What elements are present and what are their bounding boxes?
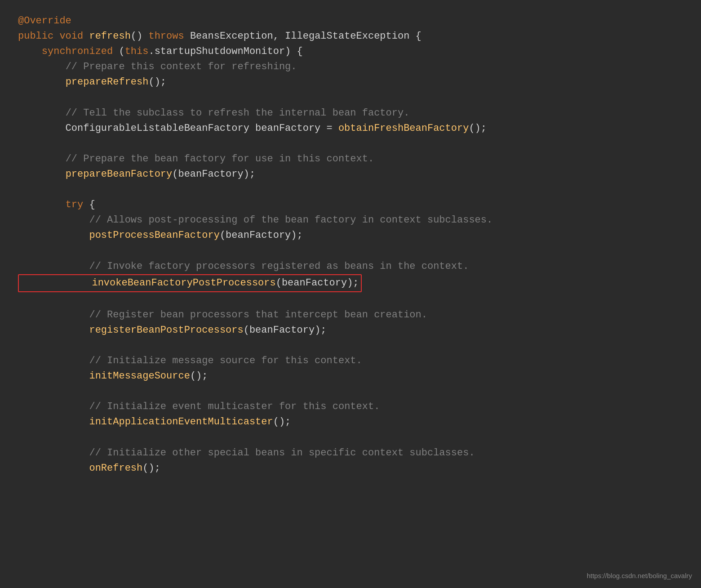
code-token-plain: (beanFactory);	[276, 277, 359, 289]
code-token-comment: // Initialize event multicaster for this…	[89, 401, 380, 412]
code-token-comment: // Allows post-processing of the bean fa…	[89, 214, 492, 226]
code-line	[18, 136, 683, 151]
code-line: invokeBeanFactoryPostProcessors(beanFact…	[18, 274, 683, 292]
code-token-plain	[18, 401, 89, 412]
code-token-plain	[18, 261, 89, 272]
code-token-plain	[18, 355, 89, 366]
code-token-plain: (beanFactory);	[220, 230, 303, 241]
code-token-comment: // Prepare this context for refreshing.	[66, 61, 297, 72]
code-line: // Register bean processors that interce…	[18, 307, 683, 323]
code-token-method: prepareRefresh	[66, 76, 149, 88]
code-token-plain	[18, 230, 89, 241]
code-token-plain	[83, 31, 89, 42]
code-token-plain: .startupShutdownMonitor) {	[148, 46, 302, 57]
code-line: // Initialize other special beans in spe…	[18, 445, 683, 461]
code-line: try {	[18, 197, 683, 213]
code-token-method: registerBeanPostProcessors	[89, 325, 243, 336]
code-token-plain	[18, 325, 89, 336]
code-token-method: initApplicationEventMulticaster	[89, 416, 273, 428]
code-token-plain: BeansException, IllegalStateException {	[184, 31, 421, 42]
code-line: // Initialize message source for this co…	[18, 353, 683, 369]
code-token-annotation: @Override	[18, 15, 71, 27]
highlighted-code-line: invokeBeanFactoryPostProcessors(beanFact…	[18, 274, 362, 292]
code-line	[18, 384, 683, 399]
code-token-comment: // Invoke factory processors registered …	[89, 261, 469, 272]
code-token-plain: ();	[142, 463, 160, 474]
code-line: public void refresh() throws BeansExcept…	[18, 29, 683, 44]
code-line: // Tell the subclass to refresh the inte…	[18, 106, 683, 121]
code-token-plain: (beanFactory);	[172, 169, 255, 180]
code-token-plain: (beanFactory);	[244, 325, 327, 336]
code-line: postProcessBeanFactory(beanFactory);	[18, 228, 683, 243]
code-line: initApplicationEventMulticaster();	[18, 414, 683, 430]
code-token-plain: ();	[273, 416, 291, 428]
code-line: synchronized (this.startupShutdownMonito…	[18, 44, 683, 59]
code-token-keyword: synchronized	[42, 46, 113, 57]
code-line: // Prepare the bean factory for use in t…	[18, 151, 683, 167]
code-token-method: postProcessBeanFactory	[89, 230, 219, 241]
code-line	[18, 243, 683, 258]
code-line	[18, 292, 683, 307]
code-block: @Overridepublic void refresh() throws Be…	[18, 13, 683, 476]
code-line	[18, 90, 683, 105]
code-token-comment: // Prepare the bean factory for use in t…	[66, 153, 374, 165]
code-token-plain	[18, 199, 66, 210]
code-token-plain	[18, 46, 42, 57]
code-token-plain	[18, 370, 89, 382]
code-token-plain	[18, 447, 89, 459]
code-token-keyword: this	[125, 46, 149, 57]
code-token-comment: // Initialize message source for this co…	[89, 355, 362, 366]
code-line: @Override	[18, 13, 683, 29]
code-token-plain: ();	[148, 76, 166, 88]
code-token-method: onRefresh	[89, 463, 142, 474]
code-token-plain	[53, 31, 59, 42]
code-token-method: refresh	[89, 31, 130, 42]
code-token-method: obtainFreshBeanFactory	[338, 123, 469, 134]
code-token-plain: ()	[131, 31, 149, 42]
code-token-plain	[18, 76, 66, 88]
code-token-plain	[18, 107, 66, 119]
code-token-comment: // Register bean processors that interce…	[89, 309, 427, 321]
code-line	[18, 338, 683, 353]
code-token-plain: (	[113, 46, 124, 57]
code-line: // Allows post-processing of the bean fa…	[18, 213, 683, 228]
code-line: onRefresh();	[18, 461, 683, 476]
code-token-plain	[18, 416, 89, 428]
code-token-plain	[18, 309, 89, 321]
code-token-plain	[21, 277, 92, 289]
code-line: prepareBeanFactory(beanFactory);	[18, 167, 683, 182]
code-token-method: prepareBeanFactory	[66, 169, 173, 180]
code-line: // Prepare this context for refreshing.	[18, 59, 683, 75]
code-token-keyword: try	[66, 199, 84, 210]
code-line: registerBeanPostProcessors(beanFactory);	[18, 323, 683, 338]
code-token-comment: // Tell the subclass to refresh the inte…	[66, 107, 410, 119]
code-token-method: invokeBeanFactoryPostProcessors	[92, 277, 275, 289]
code-token-keyword: void	[59, 31, 83, 42]
code-token-plain	[18, 214, 89, 226]
code-token-method: initMessageSource	[89, 370, 190, 382]
code-token-plain	[18, 463, 89, 474]
code-line: prepareRefresh();	[18, 75, 683, 90]
code-token-plain: ();	[469, 123, 487, 134]
code-line: ConfigurableListableBeanFactory beanFact…	[18, 121, 683, 136]
code-line: initMessageSource();	[18, 369, 683, 384]
code-line: // Invoke factory processors registered …	[18, 259, 683, 274]
code-token-plain: {	[83, 199, 95, 210]
code-token-keyword: public	[18, 31, 53, 42]
code-token-plain: ConfigurableListableBeanFactory beanFact…	[18, 123, 338, 134]
code-token-plain	[18, 169, 66, 180]
code-line	[18, 182, 683, 197]
code-token-plain	[18, 61, 66, 72]
code-token-comment: // Initialize other special beans in spe…	[89, 447, 475, 459]
code-line: // Initialize event multicaster for this…	[18, 399, 683, 414]
code-token-keyword: throws	[148, 31, 184, 42]
watermark: https://blog.csdn.net/boling_cavalry	[587, 570, 692, 581]
code-token-plain: ();	[190, 370, 208, 382]
code-token-plain	[18, 153, 66, 165]
code-line	[18, 430, 683, 445]
